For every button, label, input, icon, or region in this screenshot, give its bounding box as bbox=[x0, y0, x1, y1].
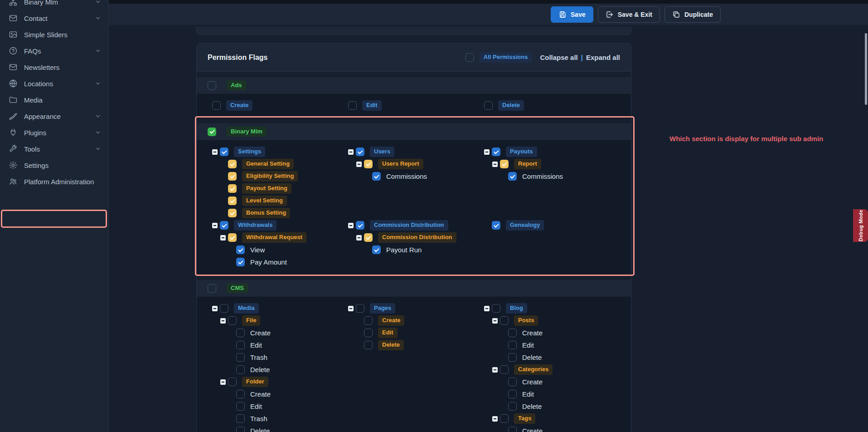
permission-node: Create bbox=[484, 376, 620, 388]
permission-node: Create bbox=[212, 99, 348, 112]
permission-checkbox[interactable] bbox=[348, 101, 357, 110]
duplicate-button[interactable]: Duplicate bbox=[664, 6, 721, 23]
permission-checkbox[interactable] bbox=[220, 221, 228, 230]
permission-checkbox[interactable] bbox=[356, 304, 364, 313]
permission-checkbox[interactable] bbox=[508, 329, 517, 337]
save-exit-button-label: Save & Exit bbox=[618, 11, 652, 18]
sidebar-item-media[interactable]: Media bbox=[0, 92, 108, 108]
permission-node: Settings bbox=[212, 146, 348, 158]
permission-checkbox[interactable] bbox=[508, 341, 517, 349]
permission-checkbox[interactable] bbox=[212, 101, 221, 110]
permission-checkbox[interactable] bbox=[508, 172, 517, 181]
permission-checkbox[interactable] bbox=[356, 221, 364, 230]
sidebar-item-newsletters[interactable]: Newsletters bbox=[0, 59, 108, 75]
tree-collapse-icon[interactable] bbox=[348, 149, 354, 155]
permission-node: Payouts bbox=[484, 146, 620, 158]
permission-checkbox[interactable] bbox=[236, 353, 245, 362]
sidebar-item-contact[interactable]: Contact bbox=[0, 10, 108, 26]
permission-checkbox[interactable] bbox=[236, 390, 245, 398]
sidebar-item-locations[interactable]: Locations bbox=[0, 75, 108, 92]
permission-checkbox[interactable] bbox=[508, 390, 517, 398]
permission-checkbox[interactable] bbox=[500, 365, 509, 374]
permission-checkbox[interactable] bbox=[364, 329, 373, 337]
permission-checkbox[interactable] bbox=[508, 402, 517, 411]
permission-label: Trash bbox=[250, 353, 267, 361]
section-checkbox[interactable] bbox=[208, 81, 216, 90]
permission-checkbox[interactable] bbox=[364, 316, 373, 325]
tree-collapse-icon[interactable] bbox=[492, 162, 498, 167]
save-exit-button[interactable]: Save & Exit bbox=[598, 6, 660, 23]
permission-checkbox[interactable] bbox=[228, 233, 237, 242]
permission-checkbox[interactable] bbox=[508, 378, 517, 386]
tree-collapse-icon[interactable] bbox=[212, 149, 218, 155]
top-edge-strip bbox=[109, 0, 868, 4]
main-area: Save Save & Exit Duplicate Permission Fl… bbox=[109, 0, 868, 432]
tree-collapse-icon[interactable] bbox=[220, 379, 226, 385]
permission-checkbox[interactable] bbox=[236, 402, 245, 411]
permission-checkbox[interactable] bbox=[228, 196, 237, 205]
permission-checkbox[interactable] bbox=[220, 304, 228, 313]
tree-collapse-icon[interactable] bbox=[356, 162, 362, 167]
permission-checkbox[interactable] bbox=[364, 341, 373, 349]
tree-collapse-icon[interactable] bbox=[492, 318, 498, 324]
expand-all-link[interactable]: Expand all bbox=[586, 54, 620, 61]
permission-checkbox[interactable] bbox=[228, 184, 237, 193]
permission-checkbox[interactable] bbox=[228, 209, 237, 217]
save-button[interactable]: Save bbox=[551, 6, 593, 23]
permission-checkbox[interactable] bbox=[492, 221, 500, 230]
sidebar-item-faqs[interactable]: FAQs bbox=[0, 43, 108, 59]
tree-collapse-icon[interactable] bbox=[484, 149, 490, 155]
section-column: PayoutsReportCommissions bbox=[484, 146, 620, 182]
scrollbar-thumb[interactable] bbox=[865, 33, 867, 105]
permission-checkbox[interactable] bbox=[500, 414, 509, 423]
section-checkbox[interactable] bbox=[208, 128, 216, 136]
tree-collapse-icon[interactable] bbox=[484, 306, 490, 311]
sidebar-item-binary-mlm[interactable]: Binary Mlm bbox=[0, 0, 108, 10]
sidebar-item-platform-administration[interactable]: Platform Administration bbox=[0, 173, 108, 190]
sidebar-item-tools[interactable]: Tools bbox=[0, 141, 108, 157]
permission-checkbox[interactable] bbox=[220, 147, 228, 156]
permission-checkbox[interactable] bbox=[228, 160, 237, 168]
permission-checkbox[interactable] bbox=[500, 316, 509, 325]
permission-checkbox[interactable] bbox=[364, 160, 373, 168]
permission-checkbox[interactable] bbox=[236, 365, 245, 374]
all-permissions-checkbox[interactable] bbox=[466, 53, 474, 62]
permission-checkbox[interactable] bbox=[236, 245, 245, 254]
sidebar-item-appearance[interactable]: Appearance bbox=[0, 108, 108, 124]
permission-checkbox[interactable] bbox=[356, 147, 364, 156]
section-checkbox[interactable] bbox=[208, 284, 216, 293]
tree-collapse-icon[interactable] bbox=[220, 235, 226, 241]
permission-checkbox[interactable] bbox=[492, 304, 500, 313]
permission-checkbox[interactable] bbox=[228, 316, 237, 325]
tree-collapse-icon[interactable] bbox=[348, 223, 354, 228]
sidebar-item-simple-sliders[interactable]: Simple Sliders bbox=[0, 26, 108, 43]
permission-checkbox[interactable] bbox=[236, 329, 245, 337]
permission-checkbox[interactable] bbox=[372, 172, 381, 181]
permission-checkbox[interactable] bbox=[508, 427, 517, 432]
permission-checkbox[interactable] bbox=[228, 172, 237, 181]
permission-checkbox[interactable] bbox=[372, 245, 381, 254]
tree-collapse-icon[interactable] bbox=[220, 318, 226, 324]
permission-checkbox[interactable] bbox=[236, 427, 245, 432]
sidebar-item-plugins[interactable]: Plugins bbox=[0, 124, 108, 141]
permission-checkbox[interactable] bbox=[492, 147, 500, 156]
permission-checkbox[interactable] bbox=[236, 258, 245, 266]
sidebar-item-settings[interactable]: Settings bbox=[0, 157, 108, 173]
permission-checkbox[interactable] bbox=[508, 353, 517, 362]
permission-checkbox[interactable] bbox=[500, 160, 509, 168]
tree-collapse-icon[interactable] bbox=[348, 306, 354, 311]
tree-collapse-icon[interactable] bbox=[212, 306, 218, 311]
permission-checkbox[interactable] bbox=[364, 233, 373, 242]
help-circle-icon bbox=[8, 46, 18, 56]
permission-checkbox[interactable] bbox=[484, 101, 493, 110]
permission-label: Delete bbox=[250, 366, 270, 373]
permission-checkbox[interactable] bbox=[236, 414, 245, 423]
tree-collapse-icon[interactable] bbox=[356, 235, 362, 241]
permission-checkbox[interactable] bbox=[228, 378, 237, 386]
tree-collapse-icon[interactable] bbox=[212, 223, 218, 228]
tree-collapse-icon[interactable] bbox=[492, 367, 498, 373]
tree-collapse-icon[interactable] bbox=[492, 416, 498, 422]
collapse-all-link[interactable]: Collapse all bbox=[540, 54, 577, 61]
permission-checkbox[interactable] bbox=[236, 341, 245, 349]
debug-mode-badge[interactable]: Debug Mode bbox=[853, 209, 868, 242]
